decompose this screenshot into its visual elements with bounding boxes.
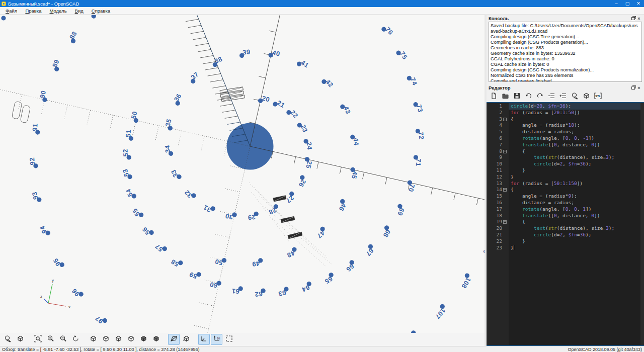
fold-marker[interactable]: − bbox=[503, 188, 507, 192]
zoom-out-button[interactable] bbox=[57, 334, 69, 345]
new-file-button[interactable] bbox=[489, 92, 499, 102]
save-file-button[interactable] bbox=[512, 92, 522, 102]
line-number: 22 bbox=[487, 238, 502, 245]
code-editor[interactable]: 123−45678−91011121314−1516171819−2021222… bbox=[487, 102, 644, 346]
render-button[interactable] bbox=[581, 92, 591, 102]
svg-text:59: 59 bbox=[188, 271, 198, 281]
distance-label-20: 20 bbox=[258, 94, 271, 105]
console-float-button[interactable] bbox=[630, 16, 636, 21]
code-line-7: translate([0, distance, 0]) bbox=[509, 142, 644, 148]
svg-text:45: 45 bbox=[350, 170, 359, 180]
code-line-15: angle = (radius*9); bbox=[509, 193, 644, 200]
version-label: OpenSCAD 2018.09.05 (git 40af343) bbox=[568, 347, 642, 352]
minimize-button[interactable]: – bbox=[611, 0, 622, 7]
svg-text:29: 29 bbox=[248, 213, 256, 221]
line-number: 6 bbox=[487, 135, 502, 142]
view-bottom-button[interactable] bbox=[113, 334, 124, 345]
line-number: 5 bbox=[487, 129, 502, 135]
view-front-button[interactable] bbox=[138, 334, 149, 345]
console-line: CGAL Polyhedrons in cache: 0 bbox=[491, 56, 640, 62]
console-close-button[interactable]: × bbox=[636, 16, 642, 21]
line-number: 12 bbox=[487, 174, 502, 181]
unindent-button[interactable] bbox=[546, 92, 556, 102]
distance-label-68: 68 bbox=[380, 225, 394, 239]
editor-scrollbar[interactable] bbox=[640, 103, 644, 345]
code-line-21: circle(d=2, $fn=36); bbox=[509, 232, 644, 238]
svg-text:40: 40 bbox=[272, 49, 281, 58]
distance-label-109: 109 bbox=[480, 238, 485, 255]
view-back-button[interactable] bbox=[150, 334, 162, 345]
menu-0[interactable]: Файл bbox=[2, 8, 21, 14]
view-top-button[interactable] bbox=[100, 334, 112, 345]
console-title: Консоль bbox=[489, 16, 509, 21]
reset-view-button[interactable] bbox=[70, 334, 82, 345]
export-stl-button[interactable]: STL bbox=[593, 92, 603, 102]
distance-label-76: 76 bbox=[380, 23, 394, 38]
code-line-3: { bbox=[509, 116, 644, 123]
code-line-10: circle(d=2, $fn=36); bbox=[509, 161, 644, 167]
fold-marker[interactable]: − bbox=[503, 150, 507, 153]
distance-label-29: 29 bbox=[247, 211, 259, 221]
distance-label-70: 70 bbox=[406, 180, 417, 193]
code-line-11: } bbox=[509, 167, 644, 174]
svg-text:96: 96 bbox=[70, 287, 80, 298]
show-scale-markers-button[interactable]: 10 bbox=[211, 334, 222, 345]
menu-3[interactable]: Вид bbox=[71, 8, 87, 14]
distance-label-108: 108 bbox=[459, 273, 474, 290]
zoom-in-button[interactable] bbox=[45, 334, 56, 345]
editor-toolbar: STL bbox=[487, 91, 644, 102]
code-line-4: angle = (radius*18); bbox=[509, 122, 644, 129]
ortho-icon bbox=[182, 334, 191, 345]
fold-marker[interactable]: − bbox=[503, 220, 507, 224]
svg-text:34: 34 bbox=[164, 145, 172, 153]
perspective-button[interactable] bbox=[168, 334, 180, 345]
cube-icon bbox=[127, 334, 135, 345]
distance-label-89: 89 bbox=[49, 58, 62, 72]
code-text[interactable]: circle(d=20, $fn=36);for (radius = [20:1… bbox=[509, 103, 644, 345]
zoom-all-button[interactable] bbox=[32, 334, 44, 345]
view-all-button[interactable] bbox=[223, 334, 235, 345]
distance-label-36: 36 bbox=[171, 92, 184, 106]
menu-4[interactable]: Справка bbox=[88, 8, 114, 14]
distance-label-50: 50 bbox=[214, 256, 227, 268]
code-line-19: { bbox=[509, 219, 644, 225]
editor-float-button[interactable] bbox=[630, 85, 636, 91]
menu-1[interactable]: Правка bbox=[22, 8, 45, 14]
close-button[interactable]: ✕ bbox=[633, 0, 644, 7]
undo-button[interactable] bbox=[523, 92, 533, 102]
view-right-button[interactable] bbox=[88, 334, 99, 345]
distance-label-34: 34 bbox=[164, 144, 174, 156]
preview-button[interactable] bbox=[2, 334, 14, 345]
redo-button[interactable] bbox=[535, 92, 545, 102]
distance-label-25: 25 bbox=[303, 156, 314, 169]
svg-text:22: 22 bbox=[289, 109, 299, 120]
fold-marker[interactable]: − bbox=[503, 118, 507, 121]
3d-viewport[interactable]: 2021222324252627282930313233343536373839… bbox=[0, 15, 485, 333]
editor-close-button[interactable]: × bbox=[636, 85, 642, 91]
unind-icon bbox=[547, 92, 556, 102]
line-number: 1 bbox=[487, 103, 502, 110]
show-axes-button[interactable] bbox=[198, 334, 210, 345]
code-line-9: text(str(distance), size=3); bbox=[509, 154, 644, 161]
svg-text:y: y bbox=[52, 278, 54, 283]
console-line: Geometries in cache: 883 bbox=[491, 45, 640, 51]
distance-label-67: 67 bbox=[363, 243, 377, 258]
render-button[interactable] bbox=[15, 334, 26, 345]
indent-button[interactable] bbox=[558, 92, 568, 102]
orthogonal-button[interactable] bbox=[181, 334, 192, 345]
text-cursor bbox=[514, 245, 515, 250]
menu-2[interactable]: Модель bbox=[46, 8, 70, 14]
preview-button[interactable] bbox=[570, 92, 580, 102]
distance-label-56: 56 bbox=[140, 224, 154, 239]
svg-text:10: 10 bbox=[217, 337, 220, 340]
console-log[interactable]: Saved backup file: C:/Users/Uzer/Documen… bbox=[489, 22, 642, 82]
distance-label-94: 94 bbox=[38, 224, 51, 238]
console-line: Saved backup file: C:/Users/Uzer/Documen… bbox=[491, 23, 640, 34]
maximize-button[interactable]: ▢ bbox=[622, 0, 633, 7]
distance-label-40: 40 bbox=[268, 48, 281, 59]
svg-text:93: 93 bbox=[30, 191, 39, 201]
distance-label-22: 22 bbox=[285, 106, 299, 121]
view-left-button[interactable] bbox=[125, 334, 137, 345]
open-file-button[interactable] bbox=[500, 92, 510, 102]
distance-label-28: 28 bbox=[267, 204, 280, 216]
